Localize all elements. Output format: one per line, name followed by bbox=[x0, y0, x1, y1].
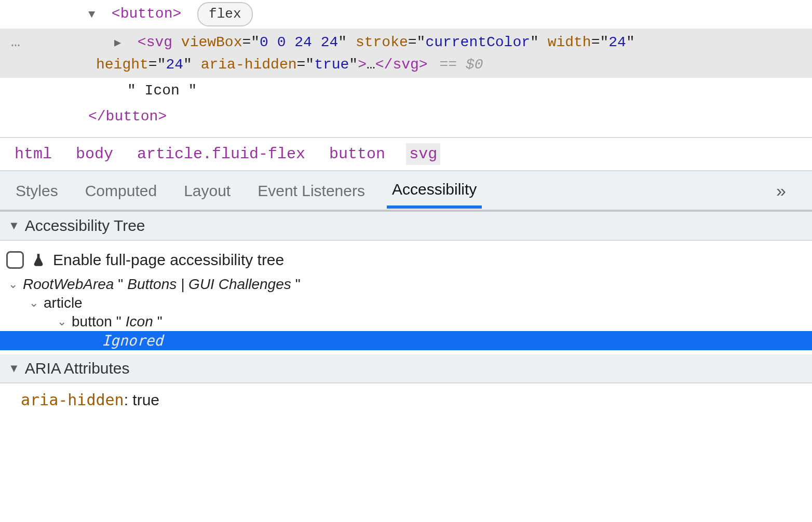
enable-full-page-tree-label: Enable full-page accessibility tree bbox=[53, 251, 284, 269]
tabs-overflow-icon[interactable]: » bbox=[776, 181, 788, 201]
tab-layout[interactable]: Layout bbox=[182, 173, 233, 208]
disclosure-down-icon: ▼ bbox=[8, 219, 20, 232]
breadcrumb-button[interactable]: button bbox=[326, 143, 388, 165]
gutter-dots-icon[interactable]: … bbox=[0, 31, 31, 54]
accessibility-tree: ⌄ RootWebArea "Buttons | GUI Challenges"… bbox=[6, 275, 806, 350]
dom-node-text[interactable]: " Icon " bbox=[0, 78, 812, 104]
chevron-down-icon: ⌄ bbox=[29, 296, 39, 310]
chevron-down-icon: ⌄ bbox=[8, 278, 19, 291]
tab-event-listeners[interactable]: Event Listeners bbox=[255, 173, 367, 208]
tab-computed[interactable]: Computed bbox=[83, 173, 159, 208]
enable-full-page-tree-row: Enable full-page accessibility tree bbox=[6, 248, 806, 272]
console-reference: == $0 bbox=[439, 57, 483, 73]
tree-row-ignored-selected[interactable]: Ignored bbox=[0, 331, 812, 350]
tree-row-root[interactable]: ⌄ RootWebArea "Buttons | GUI Challenges" bbox=[6, 275, 806, 294]
aria-attr-key: aria-hidden bbox=[21, 391, 124, 409]
tab-styles[interactable]: Styles bbox=[13, 173, 60, 208]
tree-row-button[interactable]: ⌄ button "Icon" bbox=[6, 312, 806, 331]
layout-badge-flex[interactable]: flex bbox=[197, 2, 252, 26]
section-title: Accessibility Tree bbox=[25, 217, 145, 235]
disclosure-down-icon: ▼ bbox=[8, 362, 20, 375]
flask-icon bbox=[31, 252, 46, 268]
breadcrumb: html body article.fluid-flex button svg bbox=[0, 137, 812, 170]
dom-node-button-close[interactable]: </button> bbox=[0, 104, 812, 130]
section-header-aria-attributes[interactable]: ▼ ARIA Attributes bbox=[0, 354, 812, 383]
breadcrumb-body[interactable]: body bbox=[73, 143, 116, 165]
tree-row-article[interactable]: ⌄ article bbox=[6, 294, 806, 312]
enable-full-page-tree-checkbox[interactable] bbox=[6, 251, 24, 269]
breadcrumb-html[interactable]: html bbox=[11, 143, 55, 165]
section-header-accessibility-tree[interactable]: ▼ Accessibility Tree bbox=[0, 212, 812, 241]
section-title: ARIA Attributes bbox=[25, 360, 130, 377]
sidebar-tabs: Styles Computed Layout Event Listeners A… bbox=[0, 170, 812, 212]
chevron-down-icon: ⌄ bbox=[57, 315, 67, 328]
accessibility-tree-body: Enable full-page accessibility tree ⌄ Ro… bbox=[0, 241, 812, 354]
dom-node-svg-selected[interactable]: … ▶ <svg viewBox="0 0 24 24" stroke="cur… bbox=[0, 29, 812, 78]
aria-attributes-body: aria-hidden: true bbox=[0, 383, 812, 416]
breadcrumb-svg[interactable]: svg bbox=[406, 143, 440, 165]
dom-node-button-open[interactable]: ▼ <button> flex bbox=[0, 0, 812, 29]
breadcrumb-article[interactable]: article.fluid-flex bbox=[134, 143, 308, 165]
tab-accessibility[interactable]: Accessibility bbox=[390, 171, 479, 210]
disclosure-right-icon[interactable]: ▶ bbox=[114, 35, 126, 52]
aria-attr-value: true bbox=[132, 391, 159, 408]
disclosure-down-icon[interactable]: ▼ bbox=[88, 6, 100, 23]
elements-dom-tree: ▼ <button> flex … ▶ <svg viewBox="0 0 24… bbox=[0, 0, 812, 137]
